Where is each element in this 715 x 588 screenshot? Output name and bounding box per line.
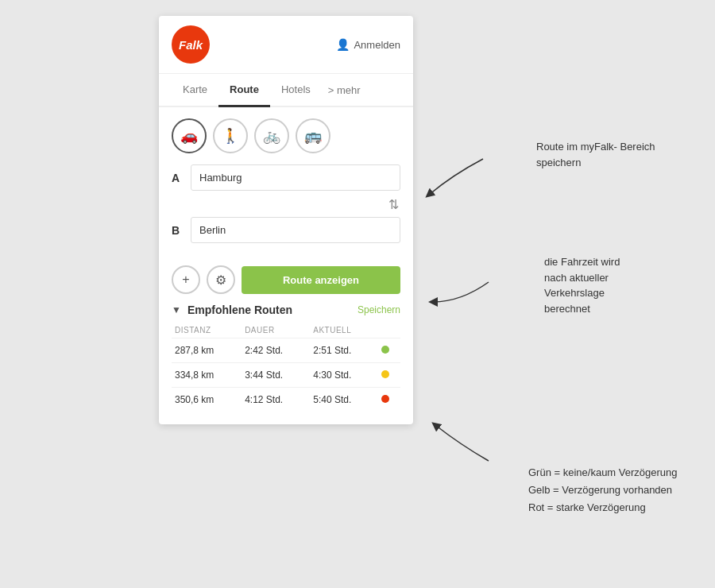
cell-status bbox=[378, 388, 400, 412]
section-title: Empfohlene Routen bbox=[187, 304, 292, 316]
action-buttons: + ⚙ Route anzeigen bbox=[159, 259, 413, 304]
tab-more[interactable]: > mehr bbox=[322, 75, 367, 106]
tab-hotels[interactable]: Hotels bbox=[270, 74, 322, 107]
person-icon: 👤 bbox=[336, 38, 350, 51]
swap-icon[interactable]: ⇅ bbox=[388, 197, 399, 212]
cell-distance: 334,8 km bbox=[172, 363, 242, 388]
tab-karte[interactable]: Karte bbox=[172, 74, 218, 107]
table-row[interactable]: 350,6 km 4:12 Std. 5:40 Std. bbox=[172, 388, 400, 412]
show-route-button[interactable]: Route anzeigen bbox=[242, 266, 400, 294]
status-dot bbox=[381, 346, 389, 354]
transport-modes: 🚗 🚶 🚲 🚌 bbox=[159, 107, 413, 164]
cell-status bbox=[378, 363, 400, 388]
annotation-save: Route im myFalk- Bereich speichern bbox=[536, 139, 671, 170]
page-wrapper: Falk 👤 Anmelden Karte Route Hotels > meh… bbox=[0, 0, 715, 588]
status-dot bbox=[381, 395, 389, 403]
cell-status bbox=[378, 338, 400, 363]
routes-section: ▼ Empfohlene Routen Speichern DISTANZ DA… bbox=[159, 304, 413, 424]
to-input[interactable] bbox=[191, 217, 400, 243]
to-row: B bbox=[172, 217, 400, 243]
to-label: B bbox=[172, 224, 184, 237]
cell-current: 5:40 Std. bbox=[310, 388, 378, 412]
annotation-traffic: die Fahrzeit wird nach aktueller Verkehr… bbox=[544, 254, 687, 316]
from-input[interactable] bbox=[191, 164, 400, 191]
swap-row: ⇅ bbox=[172, 197, 400, 212]
col-current: AKTUELL bbox=[310, 323, 378, 338]
col-distance: DISTANZ bbox=[172, 323, 242, 338]
col-duration: DAUER bbox=[242, 323, 310, 338]
cell-duration: 3:44 Std. bbox=[242, 363, 310, 388]
gear-icon: ⚙ bbox=[215, 273, 226, 288]
login-label: Anmelden bbox=[354, 39, 400, 51]
col-status bbox=[378, 323, 400, 338]
login-link[interactable]: 👤 Anmelden bbox=[336, 38, 400, 51]
app-header: Falk 👤 Anmelden bbox=[159, 16, 413, 74]
tab-route[interactable]: Route bbox=[218, 74, 270, 107]
app-card: Falk 👤 Anmelden Karte Route Hotels > meh… bbox=[159, 16, 413, 424]
section-header: ▼ Empfohlene Routen Speichern bbox=[172, 304, 400, 316]
routes-table: DISTANZ DAUER AKTUELL 287,8 km 2:42 Std.… bbox=[172, 323, 400, 412]
logo-text: Falk bbox=[179, 38, 203, 52]
save-link[interactable]: Speichern bbox=[358, 304, 400, 315]
cell-distance: 287,8 km bbox=[172, 338, 242, 363]
from-row: A bbox=[172, 164, 400, 191]
add-waypoint-button[interactable]: + bbox=[172, 265, 200, 294]
cell-current: 2:51 Std. bbox=[310, 338, 378, 363]
transport-walk[interactable]: 🚶 bbox=[213, 118, 248, 153]
status-dot bbox=[381, 370, 389, 378]
cell-duration: 2:42 Std. bbox=[242, 338, 310, 363]
cell-distance: 350,6 km bbox=[172, 388, 242, 412]
plus-icon: + bbox=[182, 273, 189, 287]
annotation-legend: Grün = keine/kaum Verzögerung Gelb = Ver… bbox=[528, 464, 687, 516]
section-title-row: ▼ Empfohlene Routen bbox=[172, 304, 292, 316]
settings-button[interactable]: ⚙ bbox=[207, 265, 235, 294]
route-inputs: A ⇅ B bbox=[159, 164, 413, 259]
transport-bike[interactable]: 🚲 bbox=[254, 118, 289, 153]
from-label: A bbox=[172, 172, 184, 184]
tabs-bar: Karte Route Hotels > mehr bbox=[159, 74, 413, 107]
cell-current: 4:30 Std. bbox=[310, 363, 378, 388]
cell-duration: 4:12 Std. bbox=[242, 388, 310, 412]
logo: Falk bbox=[172, 25, 210, 64]
table-row[interactable]: 334,8 km 3:44 Std. 4:30 Std. bbox=[172, 363, 400, 388]
transport-car[interactable]: 🚗 bbox=[172, 118, 207, 153]
table-row[interactable]: 287,8 km 2:42 Std. 2:51 Std. bbox=[172, 338, 400, 363]
table-header-row: DISTANZ DAUER AKTUELL bbox=[172, 323, 400, 338]
transport-transit[interactable]: 🚌 bbox=[296, 118, 330, 153]
chevron-down-icon: ▼ bbox=[172, 304, 181, 315]
